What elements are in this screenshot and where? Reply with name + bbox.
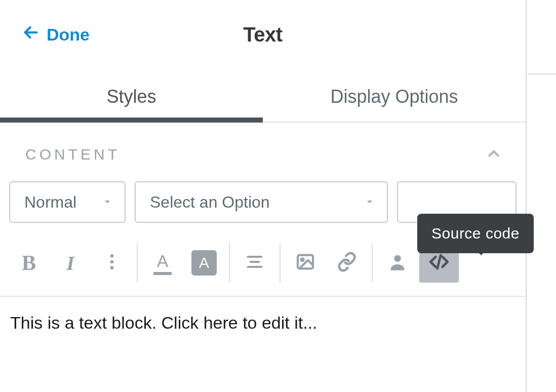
option-select-value: Select an Option: [150, 193, 270, 212]
bold-button[interactable]: B: [9, 243, 49, 283]
back-label: Done: [47, 25, 90, 45]
svg-point-8: [301, 258, 304, 261]
user-button[interactable]: [378, 243, 417, 283]
svg-point-3: [110, 266, 114, 269]
tooltip-text: Source code: [431, 225, 520, 242]
image-button[interactable]: [286, 243, 325, 283]
tabs: Styles Display Options: [0, 75, 526, 123]
italic-icon: I: [66, 251, 74, 275]
format-select-value: Normal: [24, 193, 76, 212]
caret-down-icon: [364, 193, 376, 212]
italic-button[interactable]: I: [51, 243, 90, 283]
format-select[interactable]: Normal: [9, 181, 126, 223]
chevron-up-icon: [485, 145, 502, 164]
panel-header: Done Text: [0, 0, 526, 51]
toolbar-divider: [280, 243, 281, 283]
svg-point-9: [394, 255, 401, 262]
toolbar-divider: [229, 243, 230, 283]
svg-point-1: [110, 254, 114, 258]
content-section-title: CONTENT: [25, 146, 120, 163]
tab-styles[interactable]: Styles: [0, 75, 263, 122]
svg-line-10: [438, 255, 441, 269]
text-block-panel: Done Text Styles Display Options CONTENT…: [0, 0, 527, 392]
more-button[interactable]: [92, 243, 132, 283]
background-color-icon: A: [191, 250, 217, 276]
bold-icon: B: [22, 251, 36, 275]
text-color-button[interactable]: A: [143, 243, 182, 283]
back-done-button[interactable]: Done: [22, 24, 90, 45]
link-icon: [337, 252, 357, 274]
text-color-icon: A: [153, 251, 172, 275]
code-icon: [429, 252, 449, 274]
image-icon: [295, 252, 315, 274]
text-editor-area[interactable]: This is a text block. Click here to edit…: [0, 297, 526, 349]
link-button[interactable]: [327, 243, 367, 283]
user-icon: [387, 252, 408, 274]
content-section-header[interactable]: CONTENT: [0, 123, 526, 181]
outer-region: [528, 73, 556, 392]
arrow-left-icon: [22, 24, 39, 45]
editor-content: This is a text block. Click here to edit…: [10, 313, 317, 332]
option-select[interactable]: Select an Option: [135, 181, 388, 223]
toolbar-divider: [137, 243, 138, 283]
more-vertical-icon: [102, 252, 122, 274]
tab-display-options[interactable]: Display Options: [263, 75, 526, 122]
caret-down-icon: [101, 193, 113, 212]
align-center-icon: [245, 252, 265, 274]
svg-point-2: [110, 260, 114, 264]
background-color-button[interactable]: A: [184, 243, 224, 283]
toolbar-divider: [372, 243, 373, 283]
source-code-tooltip: Source code: [417, 214, 534, 253]
panel-title: Text: [20, 23, 505, 46]
align-button[interactable]: [235, 243, 274, 283]
